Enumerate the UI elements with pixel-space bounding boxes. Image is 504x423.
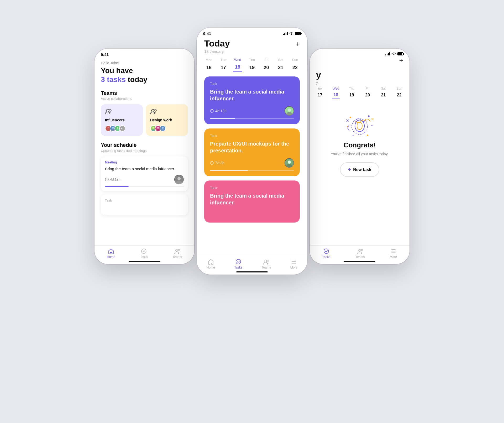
svg-point-10 <box>116 129 119 131</box>
time-left: 9:41 <box>101 52 109 57</box>
task-card-3[interactable]: Task Bring the team a social media infue… <box>204 180 300 223</box>
svg-point-28 <box>178 249 180 251</box>
svg-point-49 <box>371 125 372 126</box>
nav-tasks-right[interactable]: Tasks <box>322 248 330 259</box>
svg-point-50 <box>353 135 354 136</box>
nav-tasks-left[interactable]: Tasks <box>140 248 148 259</box>
right-cal-tue[interactable]: ue 17 <box>316 87 324 99</box>
schedule-section: Your schedule Upcoming tasks and meeting… <box>101 142 188 215</box>
nav-teams-right[interactable]: Teams <box>355 248 365 259</box>
svg-rect-59 <box>391 249 396 250</box>
svg-point-17 <box>157 127 159 129</box>
center-header: Today 18 January + <box>204 38 300 54</box>
svg-point-21 <box>161 129 164 131</box>
calendar-row-center: Mon 16 Tue 17 Wed 18 Thu 19 Fri 20 <box>204 58 300 72</box>
cal-day-mon[interactable]: Mon 16 <box>204 58 214 72</box>
svg-point-46 <box>350 117 351 118</box>
nav-teams-center[interactable]: Teams <box>262 259 271 269</box>
team-name-design: Design work <box>150 118 184 122</box>
new-task-plus-icon: + <box>348 167 351 173</box>
svg-point-4 <box>106 129 110 132</box>
task-progress-1 <box>210 118 294 119</box>
svg-point-11 <box>151 109 154 112</box>
card-avatar <box>174 175 184 184</box>
status-bar-center: 9:41 <box>197 28 307 36</box>
people-icon-influencers <box>105 109 139 116</box>
cal-day-fri[interactable]: Fri 20 <box>262 58 271 72</box>
task-time-1: 4d:12h <box>210 109 227 113</box>
card-title-meeting: Bring the team a social media infuencer. <box>105 166 184 172</box>
svg-point-18 <box>156 129 160 131</box>
home-indicator-left <box>129 261 160 262</box>
cal-day-sun[interactable]: Sun 22 <box>290 58 300 72</box>
wifi-icon <box>289 32 293 35</box>
time-badge: 4d:12h <box>105 177 120 181</box>
task-card-2[interactable]: Task Preparte UX/UI mockups for the pres… <box>204 128 300 176</box>
add-button-right[interactable]: + <box>399 56 403 65</box>
svg-point-31 <box>288 109 291 112</box>
people-icon-design <box>150 109 184 116</box>
nav-more-right[interactable]: More <box>390 248 397 259</box>
svg-rect-41 <box>292 261 296 262</box>
nav-home-center[interactable]: Home <box>207 259 215 269</box>
avatar-d3 <box>160 125 166 132</box>
task-footer-1: 4d:12h <box>210 106 294 116</box>
task-avatar-1 <box>285 106 294 116</box>
nav-tasks-center[interactable]: Tasks <box>234 259 242 269</box>
new-task-button[interactable]: + New task <box>340 162 379 177</box>
task-footer-2: 7d:3h <box>210 158 294 168</box>
right-cal-sun[interactable]: Sun 22 <box>395 87 403 99</box>
teams-subtitle: Active collaborations <box>101 97 188 101</box>
svg-point-58 <box>361 249 363 251</box>
add-button-center[interactable]: + <box>296 40 300 48</box>
right-cal-fri[interactable]: Fri 20 <box>364 87 371 99</box>
wifi-icon-right <box>392 52 396 55</box>
right-page-title: y <box>316 70 403 80</box>
nav-home-left[interactable]: Home <box>107 248 115 259</box>
svg-point-48 <box>347 126 348 127</box>
task-progress-fill-1 <box>210 118 235 119</box>
new-task-label: New task <box>353 167 371 172</box>
nav-teams-left[interactable]: Teams <box>173 248 182 259</box>
avatar-row-design <box>150 125 184 132</box>
schedule-card-task[interactable]: Task <box>101 194 188 215</box>
task-avatar-2 <box>285 158 294 168</box>
cal-day-tue[interactable]: Tue 17 <box>219 58 228 72</box>
svg-point-0 <box>106 109 109 112</box>
task-title-3: Bring the team a social media infuencer. <box>210 192 294 206</box>
cal-day-wed[interactable]: Wed 18 <box>233 58 242 72</box>
cal-day-thu[interactable]: Thu 19 <box>247 58 257 72</box>
team-card-design[interactable]: Design work <box>146 104 188 136</box>
svg-point-3 <box>108 127 109 128</box>
nav-more-center[interactable]: More <box>290 259 297 269</box>
svg-point-35 <box>288 161 291 164</box>
signal-icon-right <box>385 52 390 55</box>
right-cal-wed[interactable]: Wed 18 <box>332 87 340 99</box>
page-title-center: Today <box>204 38 230 49</box>
time-center: 9:41 <box>203 31 211 36</box>
right-cal-thu[interactable]: Thu 19 <box>348 87 356 99</box>
right-calendar-row: ue 17 Wed 18 Thu 19 Fri 20 Sat 21 <box>316 87 403 99</box>
progress-bar <box>105 186 184 187</box>
page-date-center: 18 January <box>204 49 230 54</box>
team-card-influencers[interactable]: Influencers +7 <box>101 104 143 136</box>
svg-point-26 <box>141 249 146 254</box>
battery-icon <box>295 32 301 35</box>
schedule-card-meeting[interactable]: Meeting Bring the team a social media in… <box>101 156 188 191</box>
battery-icon-right <box>397 52 403 55</box>
task-title-1: Bring the team a social media infuencer. <box>210 88 294 102</box>
signal-icon <box>283 32 288 35</box>
svg-rect-42 <box>292 263 296 264</box>
svg-rect-61 <box>391 252 396 253</box>
header-text: Today 18 January <box>204 38 230 54</box>
right-page-date: y <box>316 80 403 85</box>
task-card-1[interactable]: Task Bring the team a social media infue… <box>204 76 300 124</box>
right-cal-sat[interactable]: Sat 21 <box>380 87 387 99</box>
home-indicator-center <box>236 271 268 272</box>
svg-point-15 <box>152 129 155 131</box>
status-icons-right <box>385 52 403 55</box>
svg-point-38 <box>265 260 267 262</box>
cal-day-sat[interactable]: Sat 21 <box>276 58 285 72</box>
svg-point-1 <box>109 109 111 111</box>
headline: You have 3 tasks today <box>101 66 188 84</box>
